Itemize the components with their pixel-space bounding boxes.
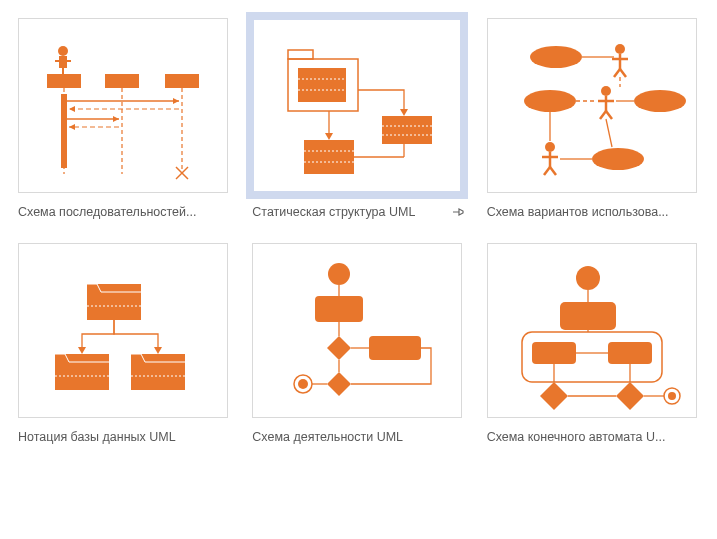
svg-rect-67 bbox=[131, 354, 185, 390]
uml-use-case-icon bbox=[488, 19, 698, 194]
svg-rect-65 bbox=[55, 354, 109, 390]
template-tile-activity[interactable]: Схема деятельности UML bbox=[252, 243, 464, 446]
svg-marker-33 bbox=[325, 133, 333, 140]
svg-rect-6 bbox=[165, 74, 199, 88]
template-label: Схема последовательностей... bbox=[18, 205, 196, 219]
svg-line-55 bbox=[550, 167, 556, 175]
svg-point-40 bbox=[592, 148, 644, 170]
svg-line-50 bbox=[606, 111, 612, 119]
svg-marker-69 bbox=[78, 347, 86, 354]
template-label: Схема вариантов использова... bbox=[487, 205, 669, 219]
svg-point-71 bbox=[328, 263, 350, 285]
svg-point-41 bbox=[615, 44, 625, 54]
template-thumbnail bbox=[18, 243, 228, 418]
template-tile-use-case[interactable]: Схема вариантов использова... bbox=[487, 18, 699, 221]
svg-rect-63 bbox=[87, 284, 141, 320]
uml-sequence-diagram-icon bbox=[19, 19, 229, 194]
svg-marker-75 bbox=[327, 336, 351, 360]
svg-point-97 bbox=[668, 392, 676, 400]
svg-rect-89 bbox=[608, 342, 652, 364]
template-thumbnail bbox=[18, 18, 228, 193]
template-thumbnail bbox=[252, 243, 462, 418]
template-label: Схема конечного автомата U... bbox=[487, 430, 666, 444]
svg-rect-21 bbox=[288, 50, 313, 59]
template-thumbnail bbox=[487, 18, 697, 193]
uml-state-machine-icon bbox=[488, 244, 698, 419]
template-label: Статическая структура UML bbox=[252, 205, 415, 219]
svg-rect-88 bbox=[532, 342, 576, 364]
svg-point-39 bbox=[634, 90, 686, 112]
svg-rect-10 bbox=[61, 94, 67, 168]
svg-line-49 bbox=[600, 111, 606, 119]
svg-marker-12 bbox=[173, 98, 179, 104]
svg-rect-73 bbox=[315, 296, 363, 322]
svg-point-83 bbox=[576, 266, 600, 290]
svg-marker-91 bbox=[540, 382, 568, 410]
uml-static-structure-icon bbox=[254, 20, 464, 195]
template-grid: Схема последовательностей... bbox=[0, 0, 717, 464]
svg-point-38 bbox=[524, 90, 576, 112]
svg-point-37 bbox=[530, 46, 582, 68]
svg-marker-92 bbox=[616, 382, 644, 410]
svg-rect-85 bbox=[560, 302, 616, 330]
svg-point-51 bbox=[545, 142, 555, 152]
svg-point-81 bbox=[298, 379, 308, 389]
template-tile-sequence[interactable]: Схема последовательностей... bbox=[18, 18, 230, 221]
svg-rect-4 bbox=[47, 74, 81, 88]
template-tile-state-machine[interactable]: Схема конечного автомата U... bbox=[487, 243, 699, 446]
svg-line-45 bbox=[620, 69, 626, 77]
svg-rect-77 bbox=[369, 336, 421, 360]
svg-marker-79 bbox=[327, 372, 351, 396]
template-tile-database[interactable]: Нотация базы данных UML bbox=[18, 243, 230, 446]
pin-icon[interactable] bbox=[451, 205, 465, 219]
svg-point-0 bbox=[58, 46, 68, 56]
svg-marker-18 bbox=[69, 124, 75, 130]
uml-database-notation-icon bbox=[19, 244, 229, 419]
svg-rect-26 bbox=[304, 140, 354, 174]
svg-line-61 bbox=[606, 119, 612, 147]
svg-line-44 bbox=[614, 69, 620, 77]
svg-marker-14 bbox=[113, 116, 119, 122]
svg-rect-29 bbox=[382, 116, 432, 144]
template-tile-static-structure[interactable]: Статическая структура UML bbox=[252, 18, 464, 221]
template-thumbnail bbox=[252, 18, 462, 193]
svg-point-46 bbox=[601, 86, 611, 96]
svg-rect-5 bbox=[105, 74, 139, 88]
template-thumbnail bbox=[487, 243, 697, 418]
svg-marker-70 bbox=[154, 347, 162, 354]
svg-marker-34 bbox=[400, 109, 408, 116]
template-label: Схема деятельности UML bbox=[252, 430, 403, 444]
svg-line-54 bbox=[544, 167, 550, 175]
svg-marker-16 bbox=[69, 106, 75, 112]
template-label: Нотация базы данных UML bbox=[18, 430, 176, 444]
uml-activity-diagram-icon bbox=[253, 244, 463, 419]
svg-rect-23 bbox=[298, 68, 346, 102]
